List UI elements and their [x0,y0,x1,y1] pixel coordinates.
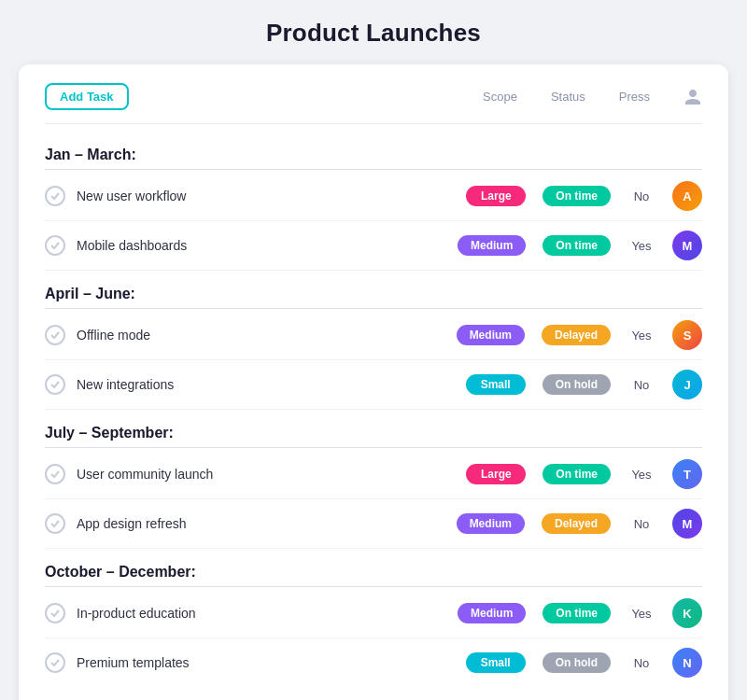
task-checkbox[interactable] [45,464,65,484]
task-checkbox[interactable] [45,603,65,623]
scope-badge: Small [466,652,526,673]
scope-badge: Medium [458,603,526,623]
section-header-jan-march: Jan – March: [45,132,702,170]
scope-badge: Large [466,464,526,484]
avatar-letter: K [683,607,691,621]
status-badge: On time [543,464,611,484]
task-checkbox[interactable] [45,325,65,345]
task-cols: Medium Delayed No M [422,509,702,539]
add-task-button[interactable]: Add Task [45,83,129,110]
status-badge: On time [543,603,611,623]
press-value: Yes [627,239,655,253]
task-cols: Medium Delayed Yes S [422,320,702,350]
press-value: No [627,189,655,203]
column-headers: Scope Status Press [483,88,702,106]
scope-badge: Medium [458,235,526,256]
avatar: M [672,231,702,260]
task-checkbox[interactable] [45,186,65,206]
section-header-july-sept: July – September: [45,410,702,448]
avatar-letter: T [684,468,691,482]
task-checkbox[interactable] [45,652,65,673]
avatar: S [672,320,702,350]
task-row[interactable]: Premium templates Small On hold No N [45,638,702,687]
avatar-letter: S [684,329,692,343]
scope-col-header: Scope [483,90,517,104]
press-value: No [627,517,655,531]
avatar-letter: M [683,517,693,531]
task-cols: Medium On time Yes K [422,598,702,628]
status-badge: On hold [543,374,611,395]
task-cols: Large On time No A [422,181,702,211]
scope-badge: Large [466,186,526,206]
task-row[interactable]: New user workflow Large On time No A [45,172,702,221]
toolbar: Add Task Scope Status Press [45,83,702,124]
avatar: T [672,459,702,489]
task-row[interactable]: In-product education Medium On time Yes … [45,589,702,638]
scope-badge: Medium [457,325,525,345]
avatar: J [672,370,702,399]
status-badge: On hold [543,652,611,673]
main-card: Add Task Scope Status Press Jan – March:… [19,64,728,700]
avatar-letter: N [683,656,691,670]
task-cols: Medium On time Yes M [422,231,702,260]
task-cols: Small On hold No J [422,370,702,399]
task-row[interactable]: New integrations Small On hold No J [45,360,702,410]
user-icon [684,88,702,106]
section-header-oct-dec: October – December: [45,549,702,587]
task-name: Mobile dashboards [77,238,422,253]
press-value: Yes [627,607,655,621]
status-col-header: Status [551,90,585,104]
task-name: New integrations [77,377,422,392]
status-badge: On time [543,235,611,256]
avatar-letter: A [683,189,691,203]
scope-badge: Medium [457,513,525,534]
status-badge: On time [543,186,611,206]
avatar: M [672,509,702,539]
task-cols: Large On time Yes T [422,459,702,489]
task-name: New user workflow [77,189,422,203]
press-value: No [627,656,655,670]
avatar: K [672,598,702,628]
task-checkbox[interactable] [45,374,65,395]
press-value: Yes [627,329,655,343]
page-title: Product Launches [19,19,728,48]
page-wrapper: Product Launches Add Task Scope Status P… [19,19,728,700]
task-cols: Small On hold No N [422,648,702,678]
task-name: Offline mode [77,328,422,343]
status-badge: Delayed [542,513,611,534]
task-row[interactable]: Offline mode Medium Delayed Yes S [45,311,702,360]
task-name: In-product education [77,606,422,621]
sections-container: Jan – March: New user workflow Large On … [45,132,702,687]
section-header-april-june: April – June: [45,271,702,309]
press-value: Yes [627,468,655,482]
press-value: No [627,378,655,392]
task-row[interactable]: App design refresh Medium Delayed No M [45,499,702,549]
avatar: A [672,181,702,211]
task-row[interactable]: User community launch Large On time Yes … [45,450,702,499]
task-name: User community launch [77,467,422,482]
task-checkbox[interactable] [45,235,65,256]
avatar-letter: M [683,239,693,253]
status-badge: Delayed [542,325,611,345]
task-name: App design refresh [77,516,422,531]
task-row[interactable]: Mobile dashboards Medium On time Yes M [45,221,702,271]
avatar: N [672,648,702,678]
avatar-letter: J [684,378,690,392]
task-name: Premium templates [77,655,422,670]
press-col-header: Press [619,90,650,104]
task-checkbox[interactable] [45,513,65,534]
scope-badge: Small [466,374,526,395]
